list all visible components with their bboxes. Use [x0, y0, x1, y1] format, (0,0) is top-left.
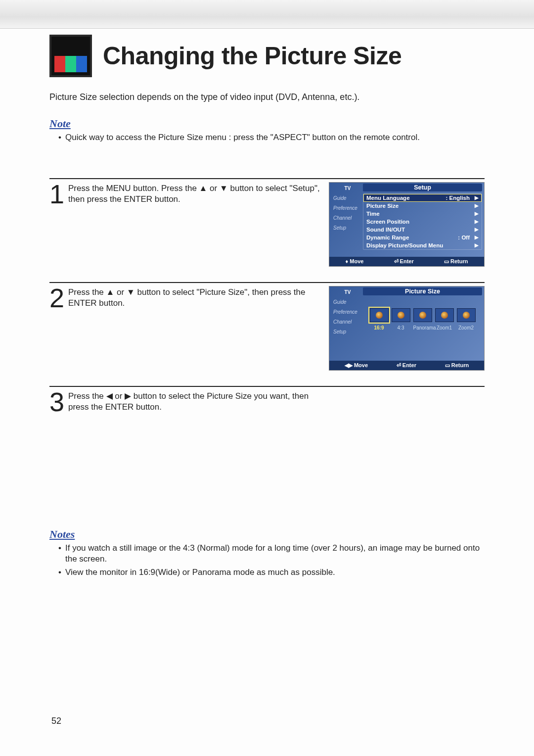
menu-item-screen-position[interactable]: Screen Position▶	[363, 218, 482, 226]
step-row: 1 Press the MENU button. Press the ▲ or …	[49, 178, 485, 272]
step-text: Press the MENU button. Press the ▲ or ▼ …	[68, 182, 329, 205]
picsize-label: Panorama	[413, 325, 432, 331]
osd-banner: Picture Size	[363, 287, 482, 295]
hint-move: ♦ Move	[346, 258, 364, 265]
step-number: 2	[49, 286, 68, 310]
hint-enter: ⏎ Enter	[397, 362, 416, 369]
menu-item-language[interactable]: Menu Language: English▶	[363, 194, 482, 202]
osd-setup-screenshot: TV Guide Preference Channel Setup Setup …	[329, 182, 485, 267]
step-number: 3	[49, 390, 68, 414]
picsize-zoom1[interactable]	[435, 308, 454, 322]
menu-item-time[interactable]: Time▶	[363, 210, 482, 218]
osd-hint-bar: ◀▶ Move ⏎ Enter ▭ Return	[329, 361, 484, 370]
menu-item-dynamic-range[interactable]: Dynamic Range: Off▶	[363, 234, 482, 241]
notes-heading: Notes	[49, 528, 485, 541]
intro-text: Picture Size selection depends on the ty…	[49, 92, 485, 102]
header-band	[0, 0, 534, 29]
title-row: Changing the Picture Size	[49, 35, 485, 77]
picsize-label: Zoom1	[435, 325, 454, 331]
osd-hint-bar: ♦ Move ⏎ Enter ▭ Return	[329, 257, 484, 266]
page-title: Changing the Picture Size	[103, 42, 401, 70]
picsize-label: Zoom2	[457, 325, 476, 331]
picsize-zoom2[interactable]	[457, 308, 476, 322]
step-row: 2 Press the ▲ or ▼ button to select "Pic…	[49, 282, 485, 376]
picsize-16-9[interactable]	[370, 308, 389, 322]
picsize-options	[363, 308, 482, 322]
menu-item-sound-io[interactable]: Sound IN/OUT▶	[363, 226, 482, 234]
note-heading: Note	[49, 117, 485, 130]
notes-item: If you watch a still image or the 4:3 (N…	[58, 543, 485, 566]
step-text: Press the ◀ or ▶ button to select the Pi…	[68, 390, 329, 413]
step-text: Press the ▲ or ▼ button to select "Pictu…	[68, 286, 329, 309]
note-block: Note Quick way to access the Picture Siz…	[49, 117, 485, 143]
note-item: Quick way to access the Picture Size men…	[58, 132, 485, 143]
picsize-panorama[interactable]	[413, 308, 432, 322]
tv-icon	[49, 35, 92, 77]
notes-block: Notes If you watch a still image or the …	[49, 528, 485, 579]
hint-move: ◀▶ Move	[345, 362, 368, 369]
step-row: 3 Press the ◀ or ▶ button to select the …	[49, 386, 485, 414]
notes-item: View the monitor in 16:9(Wide) or Panora…	[58, 567, 485, 578]
step-number: 1	[49, 182, 68, 206]
osd-side-tabs: TV Guide Preference Channel Setup	[329, 286, 363, 361]
osd-picsize-screenshot: TV Guide Preference Channel Setup Pictur…	[329, 286, 485, 371]
osd-menu-list: Menu Language: English▶ Picture Size▶ Ti…	[363, 193, 482, 250]
hint-return: ▭ Return	[445, 362, 469, 369]
hint-enter: ⏎ Enter	[394, 258, 414, 265]
osd-banner: Setup	[363, 184, 482, 191]
osd-side-tabs: TV Guide Preference Channel Setup	[329, 183, 363, 257]
picsize-label: 4:3	[392, 325, 410, 331]
picsize-label: 16:9	[370, 325, 389, 331]
hint-return: ▭ Return	[444, 258, 468, 265]
menu-item-picture-size[interactable]: Picture Size▶	[363, 202, 482, 210]
page-number: 52	[51, 716, 61, 726]
picsize-4-3[interactable]	[392, 308, 410, 322]
menu-item-display-ps-menu[interactable]: Display Picture/Sound Menu▶	[363, 241, 482, 249]
